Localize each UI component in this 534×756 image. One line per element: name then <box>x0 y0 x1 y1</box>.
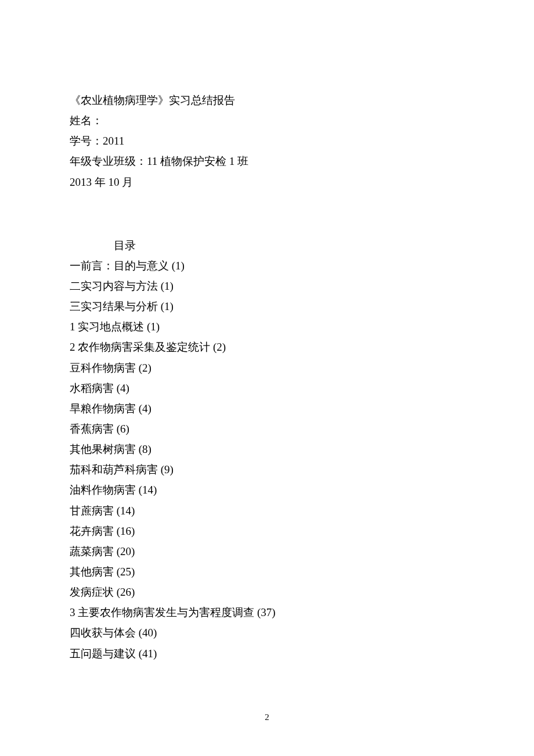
toc-item: 旱粮作物病害 (4) <box>70 398 464 419</box>
header-block: 《农业植物病理学》实习总结报告 姓名： 学号：2011 年级专业班级：11 植物… <box>70 90 464 192</box>
toc-item: 2 农作物病害采集及鉴定统计 (2) <box>70 337 464 357</box>
document-page: 《农业植物病理学》实习总结报告 姓名： 学号：2011 年级专业班级：11 植物… <box>0 0 534 664</box>
toc-item: 豆科作物病害 (2) <box>70 358 464 378</box>
toc-item: 蔬菜病害 (20) <box>70 541 464 561</box>
toc-item: 一前言：目的与意义 (1) <box>70 255 464 276</box>
page-number: 2 <box>0 712 534 722</box>
toc-item: 花卉病害 (16) <box>70 521 464 541</box>
name-label: 姓名： <box>70 110 464 131</box>
toc-item: 其他病害 (25) <box>70 561 464 582</box>
toc-item: 油料作物病害 (14) <box>70 480 464 500</box>
toc-item: 五问题与建议 (41) <box>70 643 464 664</box>
toc-item: 二实习内容与方法 (1) <box>70 276 464 296</box>
toc-item: 香蕉病害 (6) <box>70 419 464 439</box>
toc-item: 1 实习地点概述 (1) <box>70 316 464 337</box>
toc-item: 其他果树病害 (8) <box>70 439 464 459</box>
toc-list: 一前言：目的与意义 (1) 二实习内容与方法 (1) 三实习结果与分析 (1) … <box>70 255 464 664</box>
toc-item: 水稻病害 (4) <box>70 378 464 398</box>
student-id: 学号：2011 <box>70 131 464 151</box>
class-label: 年级专业班级：11 植物保护安检 1 班 <box>70 151 464 171</box>
toc-item: 茄科和葫芦科病害 (9) <box>70 459 464 480</box>
toc-item: 甘蔗病害 (14) <box>70 501 464 521</box>
toc-item: 发病症状 (26) <box>70 582 464 602</box>
toc-item: 3 主要农作物病害发生与为害程度调查 (37) <box>70 602 464 622</box>
report-date: 2013 年 10 月 <box>70 172 464 192</box>
toc-item: 三实习结果与分析 (1) <box>70 296 464 316</box>
report-title: 《农业植物病理学》实习总结报告 <box>70 90 464 110</box>
toc-heading: 目录 <box>114 235 464 255</box>
toc-item: 四收获与体会 (40) <box>70 622 464 643</box>
